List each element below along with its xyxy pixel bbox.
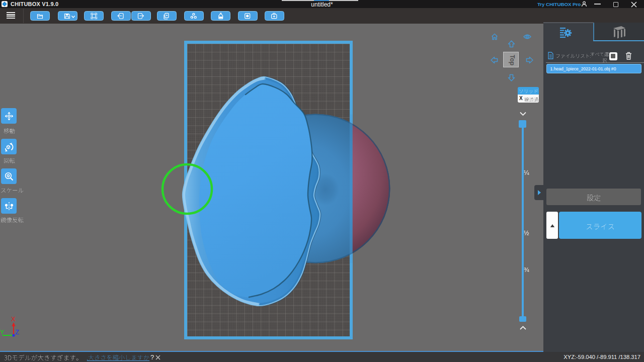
svg-text:Z: Z xyxy=(15,328,19,336)
svg-text:Y: Y xyxy=(0,328,5,336)
svg-text:X: X xyxy=(11,315,16,323)
